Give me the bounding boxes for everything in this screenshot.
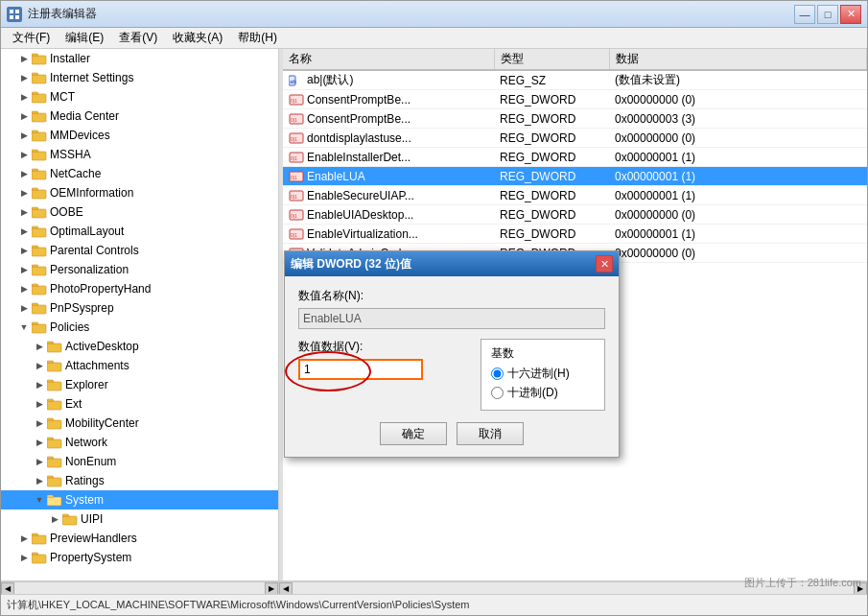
- table-row[interactable]: 0|1ConsentPromptBe...REG_DWORD0x00000003…: [283, 109, 867, 129]
- reg-type-cell: REG_DWORD: [494, 186, 609, 205]
- value-name-input[interactable]: [298, 308, 605, 329]
- tree-arrow: ▶: [16, 226, 32, 236]
- svg-text:ab: ab: [290, 79, 296, 84]
- menu-file[interactable]: 文件(F): [5, 28, 58, 48]
- table-row[interactable]: 0|1EnableLUAREG_DWORD0x00000001 (1): [283, 167, 867, 186]
- tree-item-photopropertyhand[interactable]: ▶ PhotoPropertyHand: [1, 279, 278, 298]
- table-row[interactable]: 0|1EnableUIADesktop...REG_DWORD0x0000000…: [283, 205, 867, 225]
- tree-item-mmdevices[interactable]: ▶ MMDevices: [1, 126, 278, 145]
- folder-icon: [32, 205, 47, 219]
- tree-item-internet-settings[interactable]: ▶ Internet Settings: [1, 68, 278, 87]
- title-controls: — □ ✕: [794, 5, 861, 24]
- tree-item-system[interactable]: ▼ System: [1, 490, 278, 509]
- tree-label: MCT: [50, 90, 75, 104]
- bottom-scrollbar[interactable]: ◀ ▶ ◀ ▶: [1, 580, 867, 594]
- dec-label: 十进制(D): [507, 385, 558, 401]
- hex-radio[interactable]: [491, 367, 504, 380]
- tree-item-previewhandlers[interactable]: ▶ PreviewHandlers: [1, 529, 278, 548]
- tree-arrow: ▶: [32, 418, 47, 428]
- value-input-wrapper: [298, 359, 423, 380]
- tree-item-oeminformation[interactable]: ▶ OEMInformation: [1, 183, 278, 202]
- tree-item-uipi[interactable]: ▶ UIPI: [1, 509, 278, 529]
- folder-icon: [32, 551, 47, 564]
- dialog-close-button[interactable]: ✕: [596, 255, 613, 272]
- table-row[interactable]: abab|(默认)REG_SZ(数值未设置): [283, 70, 867, 90]
- folder-icon: [32, 225, 47, 238]
- dec-radio[interactable]: [491, 387, 504, 399]
- tree-label: Media Center: [50, 109, 119, 123]
- tree-item-mobilitycenter[interactable]: ▶ MobilityCenter: [1, 414, 278, 433]
- menu-edit[interactable]: 编辑(E): [58, 28, 111, 48]
- table-row[interactable]: 0|1dontdisplaylastuse...REG_DWORD0x00000…: [283, 129, 867, 148]
- close-button[interactable]: ✕: [840, 5, 861, 24]
- menu-favorites[interactable]: 收藏夹(A): [165, 28, 230, 48]
- folder-icon: [32, 301, 47, 315]
- tree-item-netcache[interactable]: ▶ NetCache: [1, 164, 278, 183]
- tree-item-personalization[interactable]: ▶ Personalization: [1, 260, 278, 279]
- reg-data-cell: (数值未设置): [609, 70, 867, 90]
- tree-item-network[interactable]: ▶ Network: [1, 433, 278, 452]
- ok-button[interactable]: 确定: [380, 422, 447, 445]
- tree-item-attachments[interactable]: ▶ Attachments: [1, 356, 278, 375]
- tree-arrow: ▶: [32, 457, 47, 466]
- svg-rect-14: [32, 248, 46, 256]
- table-row[interactable]: 0|1ConsentPromptBe...REG_DWORD0x00000000…: [283, 90, 867, 109]
- tree-item-ext[interactable]: ▶ Ext: [1, 394, 278, 414]
- svg-text:0|1: 0|1: [291, 117, 297, 123]
- svg-rect-7: [32, 113, 46, 122]
- tree-arrow: ▶: [47, 514, 62, 524]
- status-path: 计算机\HKEY_LOCAL_MACHINE\SOFTWARE\Microsof…: [7, 598, 470, 612]
- minimize-button[interactable]: —: [794, 5, 815, 24]
- tree-item-mssha[interactable]: ▶ MSSHA: [1, 145, 278, 164]
- tree-item-ratings[interactable]: ▶ Ratings: [1, 471, 278, 490]
- folder-icon: [47, 397, 62, 411]
- svg-rect-9: [32, 152, 46, 160]
- value-data-input[interactable]: [298, 359, 423, 380]
- dec-radio-label[interactable]: 十进制(D): [491, 385, 595, 401]
- edit-dword-dialog: 编辑 DWORD (32 位)值 ✕ 数值名称(N): 数值数据(V): 基数: [284, 250, 620, 458]
- tree-arrow: ▶: [16, 111, 32, 121]
- tree-pane[interactable]: ▶ Installer▶ Internet Settings▶ MCT▶ Med…: [1, 49, 279, 580]
- tree-arrow: ▶: [16, 284, 32, 294]
- tree-item-activedesktop[interactable]: ▶ ActiveDesktop: [1, 337, 278, 356]
- svg-rect-13: [32, 228, 46, 237]
- tree-item-optimallayout[interactable]: ▶ OptimalLayout: [1, 222, 278, 241]
- svg-rect-18: [32, 324, 46, 333]
- menu-view[interactable]: 查看(V): [111, 28, 165, 48]
- table-row[interactable]: 0|1EnableInstallerDet...REG_DWORD0x00000…: [283, 148, 867, 167]
- tree-item-parental-controls[interactable]: ▶ Parental Controls: [1, 241, 278, 260]
- svg-text:0|1: 0|1: [291, 175, 297, 180]
- reg-type-cell: REG_SZ: [494, 70, 609, 90]
- tree-item-propertysystem[interactable]: ▶ PropertySystem: [1, 548, 278, 567]
- value-name-label: 数值名称(N):: [298, 288, 605, 304]
- folder-icon: [47, 416, 62, 430]
- svg-rect-20: [47, 363, 61, 371]
- hex-radio-label[interactable]: 十六进制(H): [491, 366, 595, 382]
- svg-rect-24: [47, 439, 61, 448]
- tree-item-media-center[interactable]: ▶ Media Center: [1, 107, 278, 126]
- svg-rect-1: [15, 10, 19, 13]
- tree-arrow: ▶: [16, 73, 32, 83]
- reg-type-cell: REG_DWORD: [494, 109, 609, 129]
- tree-item-pnpsysprep[interactable]: ▶ PnPSysprep: [1, 298, 278, 318]
- svg-rect-12: [32, 209, 46, 218]
- tree-item-installer[interactable]: ▶ Installer: [1, 49, 278, 68]
- tree-item-nonenum[interactable]: ▶ NonEnum: [1, 452, 278, 471]
- tree-item-policies[interactable]: ▼ Policies: [1, 318, 278, 337]
- folder-icon: [47, 474, 62, 487]
- reg-data-cell: 0x00000001 (1): [609, 167, 867, 186]
- tree-arrow: ▶: [32, 399, 47, 409]
- svg-text:0|1: 0|1: [291, 194, 297, 200]
- tree-item-explorer[interactable]: ▶ Explorer: [1, 375, 278, 394]
- table-row[interactable]: 0|1EnableSecureUIAP...REG_DWORD0x0000000…: [283, 186, 867, 205]
- table-row[interactable]: 0|1EnableVirtualization...REG_DWORD0x000…: [283, 225, 867, 244]
- tree-label: PhotoPropertyHand: [50, 282, 151, 296]
- tree-item-oobe[interactable]: ▶ OOBE: [1, 202, 278, 222]
- maximize-button[interactable]: □: [817, 5, 838, 24]
- tree-arrow: ▶: [16, 265, 32, 274]
- tree-arrow: ▶: [16, 246, 32, 255]
- cancel-button[interactable]: 取消: [457, 422, 524, 445]
- tree-item-mct[interactable]: ▶ MCT: [1, 87, 278, 107]
- svg-rect-16: [32, 286, 46, 295]
- menu-help[interactable]: 帮助(H): [230, 28, 285, 48]
